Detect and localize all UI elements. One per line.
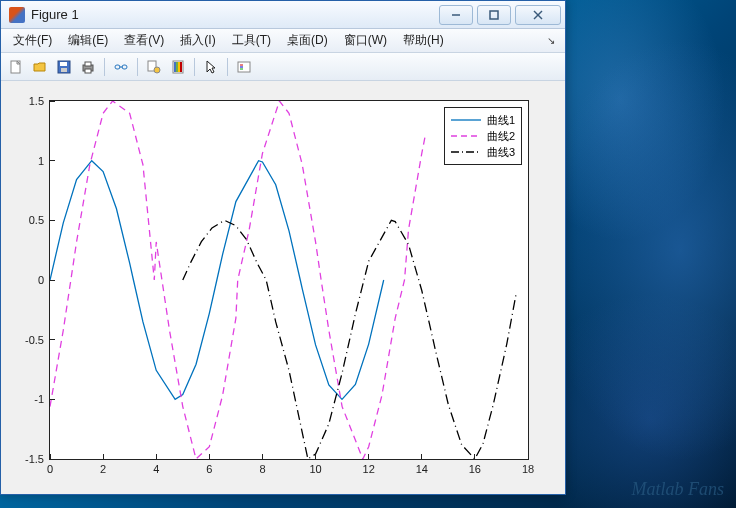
save-button[interactable] (53, 56, 75, 78)
close-button[interactable] (515, 5, 561, 25)
svg-rect-1 (490, 11, 498, 19)
open-button[interactable] (29, 56, 51, 78)
legend-label: 曲线1 (487, 113, 515, 128)
legend-entry-1[interactable]: 曲线1 (451, 112, 515, 128)
x-tick-label: 18 (522, 463, 534, 475)
x-tick-label: 6 (206, 463, 212, 475)
insert-legend-button[interactable] (233, 56, 255, 78)
toolbar-separator (104, 58, 105, 76)
legend-line-icon (451, 130, 481, 142)
new-file-icon (8, 59, 24, 75)
y-tick-mark (50, 160, 55, 161)
window-title: Figure 1 (31, 7, 435, 22)
x-tick-label: 8 (259, 463, 265, 475)
datacursor-button[interactable] (143, 56, 165, 78)
insert-colorbar-button[interactable] (167, 56, 189, 78)
legend[interactable]: 曲线1 曲线2 曲线3 (444, 107, 522, 165)
x-tick-label: 10 (309, 463, 321, 475)
toolbar (1, 53, 565, 81)
y-tick-mark (50, 220, 55, 221)
print-button[interactable] (77, 56, 99, 78)
figure-window: Figure 1 文件(F) 编辑(E) 查看(V) 插入(I) 工具(T) 桌… (0, 0, 566, 495)
svg-rect-7 (60, 62, 67, 66)
arrow-cursor-icon (203, 59, 219, 75)
new-figure-button[interactable] (5, 56, 27, 78)
legend-entry-2[interactable]: 曲线2 (451, 128, 515, 144)
maximize-button[interactable] (477, 5, 511, 25)
x-tick-mark (528, 454, 529, 459)
svg-rect-21 (180, 62, 182, 72)
titlebar[interactable]: Figure 1 (1, 1, 565, 29)
menu-docking-arrow[interactable]: ↘ (541, 35, 561, 46)
legend-label: 曲线2 (487, 129, 515, 144)
series-line (50, 161, 384, 400)
svg-point-16 (154, 67, 160, 73)
series-line (183, 220, 517, 459)
print-icon (80, 59, 96, 75)
plot-area: 曲线1 曲线2 曲线3 -1.5-1-0.500.511.50246810121… (1, 82, 565, 494)
x-tick-mark (209, 454, 210, 459)
menu-file[interactable]: 文件(F) (5, 29, 60, 52)
x-tick-mark (421, 454, 422, 459)
x-tick-mark (103, 454, 104, 459)
colorbar-icon (170, 59, 186, 75)
svg-rect-19 (176, 62, 178, 72)
x-tick-mark (368, 454, 369, 459)
legend-icon (236, 59, 252, 75)
y-tick-mark (50, 339, 55, 340)
toolbar-separator (227, 58, 228, 76)
y-tick-mark (50, 459, 55, 460)
menubar: 文件(F) 编辑(E) 查看(V) 插入(I) 工具(T) 桌面(D) 窗口(W… (1, 29, 565, 53)
x-tick-mark (50, 454, 51, 459)
y-tick-label: 1.5 (29, 95, 44, 107)
x-tick-mark (315, 454, 316, 459)
legend-entry-3[interactable]: 曲线3 (451, 144, 515, 160)
axes[interactable]: 曲线1 曲线2 曲线3 -1.5-1-0.500.511.50246810121… (49, 100, 529, 460)
svg-rect-10 (85, 62, 91, 66)
link-icon (113, 59, 129, 75)
svg-rect-20 (178, 62, 180, 72)
y-tick-label: 0.5 (29, 214, 44, 226)
x-tick-label: 4 (153, 463, 159, 475)
menu-desktop[interactable]: 桌面(D) (279, 29, 336, 52)
legend-label: 曲线3 (487, 145, 515, 160)
maximize-icon (489, 10, 499, 20)
menu-tools[interactable]: 工具(T) (224, 29, 279, 52)
x-tick-label: 16 (469, 463, 481, 475)
y-tick-mark (50, 399, 55, 400)
svg-rect-8 (61, 68, 67, 72)
y-tick-label: -1.5 (25, 453, 44, 465)
menu-help[interactable]: 帮助(H) (395, 29, 452, 52)
x-tick-label: 14 (416, 463, 428, 475)
y-tick-label: -0.5 (25, 334, 44, 346)
minimize-icon (451, 10, 461, 20)
y-tick-mark (50, 101, 55, 102)
y-tick-mark (50, 280, 55, 281)
toolbar-separator (194, 58, 195, 76)
link-button[interactable] (110, 56, 132, 78)
minimize-button[interactable] (439, 5, 473, 25)
y-tick-label: 0 (38, 274, 44, 286)
menu-edit[interactable]: 编辑(E) (60, 29, 116, 52)
save-icon (56, 59, 72, 75)
x-tick-mark (156, 454, 157, 459)
menu-view[interactable]: 查看(V) (116, 29, 172, 52)
open-folder-icon (32, 59, 48, 75)
y-tick-label: 1 (38, 155, 44, 167)
datacursor-icon (146, 59, 162, 75)
menu-insert[interactable]: 插入(I) (172, 29, 223, 52)
matlab-icon (9, 7, 25, 23)
x-tick-mark (474, 454, 475, 459)
series-line (50, 101, 425, 459)
x-tick-label: 12 (363, 463, 375, 475)
toolbar-separator (137, 58, 138, 76)
svg-rect-11 (85, 69, 91, 73)
menu-window[interactable]: 窗口(W) (336, 29, 395, 52)
svg-rect-18 (174, 62, 176, 72)
x-tick-mark (262, 454, 263, 459)
y-tick-label: -1 (34, 393, 44, 405)
edit-plot-button[interactable] (200, 56, 222, 78)
x-tick-label: 0 (47, 463, 53, 475)
x-tick-label: 2 (100, 463, 106, 475)
watermark: Matlab Fans (632, 479, 725, 500)
